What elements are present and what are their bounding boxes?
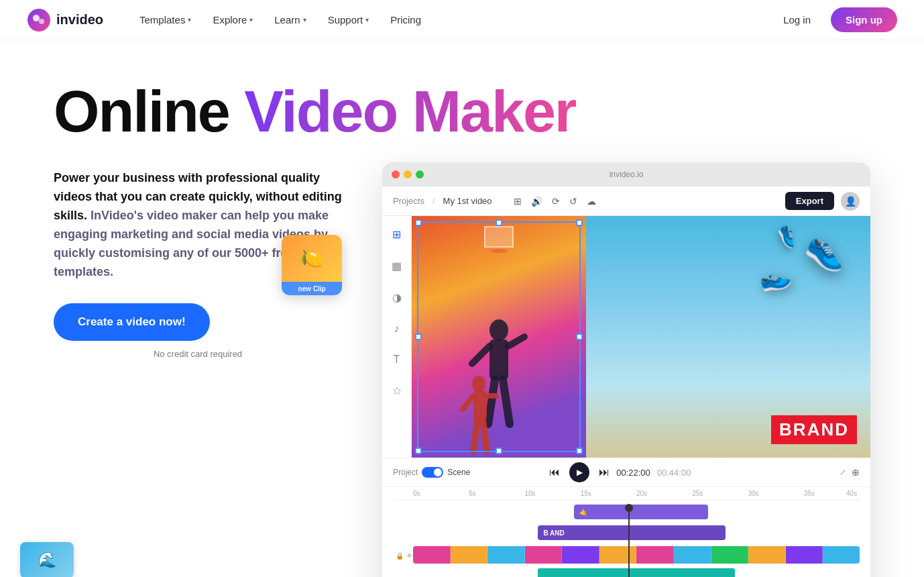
nav-templates[interactable]: Templates ▾	[130, 9, 200, 31]
track-area: 🤙 B AND 🔒 👁	[393, 505, 860, 577]
video-clip-12	[823, 546, 860, 564]
current-time: 00:22:00	[616, 468, 650, 478]
no-cc-text: No credit card required	[54, 349, 342, 359]
eye-icon[interactable]: 👁	[406, 552, 413, 560]
resize-handle-lc[interactable]	[415, 333, 422, 340]
user-avatar[interactable]: 👤	[841, 192, 860, 211]
svg-line-7	[488, 380, 495, 424]
editor-main: ⊞ ▦ ◑ ♪ T ☆	[382, 216, 870, 458]
ruler-mark-40: 40s	[846, 490, 857, 497]
sneakers-panel: 👟 👟 👟 BRAND	[586, 216, 870, 458]
hero-cta: Create a video now! No credit card requi…	[54, 303, 342, 359]
resize-handle-rc[interactable]	[576, 333, 583, 340]
chevron-down-icon: ▾	[249, 16, 253, 23]
resize-handle-tr[interactable]	[576, 219, 583, 226]
basketball-scene	[412, 216, 586, 458]
nav-support[interactable]: Support ▾	[319, 9, 379, 31]
music-icon[interactable]: ♪	[390, 319, 404, 339]
new-clip-float: 🍋 new Clip	[282, 235, 342, 295]
maximize-dot	[416, 170, 424, 178]
chevron-down-icon: ▾	[188, 16, 191, 23]
undo-icon[interactable]: ↺	[569, 196, 577, 207]
ruler-mark-35: 35s	[804, 490, 815, 497]
track-video-controls: 🔒 👁	[396, 547, 413, 564]
skip-back-button[interactable]: ⏮	[549, 466, 560, 478]
chevron-down-icon: ▾	[365, 16, 369, 23]
project-name: My 1st video	[443, 196, 492, 206]
signup-button[interactable]: Sign up	[831, 7, 897, 32]
svg-line-8	[503, 380, 510, 424]
new-clip-thumbnail: 🍋	[282, 235, 342, 282]
text-icon[interactable]: T	[390, 350, 404, 370]
svg-line-6	[508, 337, 524, 346]
svg-line-5	[472, 346, 489, 364]
url-bar: invideo.io	[610, 170, 644, 179]
editor-timeline: 0s 5s 10s 15s 20s 25s 30s 35s 40s	[382, 487, 870, 577]
resize-handle-br[interactable]	[576, 448, 583, 454]
new-clip-label: new Clip	[282, 282, 342, 295]
ruler-mark-5: 5s	[469, 490, 476, 497]
editor-sidebar: ⊞ ▦ ◑ ♪ T ☆	[382, 216, 412, 458]
login-button[interactable]: Log in	[774, 9, 820, 31]
refresh-icon[interactable]: ⟳	[552, 196, 560, 207]
video-clip-9	[711, 546, 749, 564]
ruler-mark-10: 10s	[525, 490, 536, 497]
timeline-controls-right: ⤢ ⊕	[840, 467, 860, 478]
svg-point-1	[33, 15, 40, 21]
svg-point-9	[472, 376, 485, 392]
breadcrumb-projects[interactable]: Projects	[393, 196, 424, 206]
export-button[interactable]: Export	[785, 192, 834, 210]
video-clip-8	[674, 546, 711, 564]
expand-icon[interactable]: ⤢	[840, 468, 846, 477]
track-teal-block	[538, 568, 734, 577]
brand-overlay: BRAND	[771, 415, 857, 444]
svg-line-14	[483, 420, 487, 451]
total-time: 00:44:00	[657, 468, 691, 478]
cta-button[interactable]: Create a video now!	[54, 303, 210, 341]
hero-section: Online Video Maker Power your business w…	[0, 40, 924, 577]
nav-learn[interactable]: Learn ▾	[265, 9, 315, 31]
ruler-marks: 0s 5s 10s 15s 20s 25s 30s 35s 40s	[413, 487, 860, 501]
resize-handle-tc[interactable]	[496, 219, 502, 226]
logo[interactable]: invideo	[27, 8, 103, 32]
editor-topbar: Projects / My 1st video ⊞ 🔊 ⟳ ↺ ☁ Export…	[382, 187, 870, 216]
nav-explore[interactable]: Explore ▾	[203, 9, 262, 31]
timer-icon[interactable]: ◑	[388, 287, 406, 308]
skip-forward-button[interactable]: ⏭	[599, 466, 610, 478]
navbar: invideo Templates ▾ Explore ▾ Learn ▾ Su…	[0, 0, 924, 40]
video-clip-3	[487, 546, 525, 564]
svg-point-3	[489, 319, 508, 341]
clip4-thumbnail: 🌊	[20, 542, 74, 577]
audio-icon[interactable]: 🔊	[531, 196, 542, 207]
track-brand: B AND	[413, 525, 860, 543]
star-icon[interactable]: ☆	[388, 380, 406, 401]
close-dot	[392, 170, 400, 178]
lock-icon[interactable]: 🔒	[396, 552, 404, 560]
media-icon[interactable]: ▦	[388, 256, 406, 276]
editor-preview: invideo.io Projects / My 1st video ⊞ 🔊 ⟳…	[382, 162, 870, 577]
video-clip-11	[786, 546, 823, 564]
layers-icon[interactable]: ⊞	[388, 224, 405, 245]
logo-icon	[27, 8, 51, 32]
toggle-switch[interactable]	[422, 467, 443, 478]
nav-pricing[interactable]: Pricing	[381, 9, 430, 31]
play-button[interactable]: ▶	[569, 462, 589, 482]
project-toggle[interactable]: Project Scene	[393, 467, 470, 478]
cloud-icon[interactable]: ☁	[587, 196, 596, 207]
video-clip-10	[748, 546, 786, 564]
track-text-emoji: 🤙	[413, 505, 860, 522]
resize-handle-bl[interactable]	[415, 448, 422, 454]
ruler-mark-30: 30s	[748, 490, 759, 497]
track-video: 🔒 👁	[413, 546, 860, 565]
track-brand-label: B AND	[543, 529, 564, 537]
track-emoji: 🤙	[579, 509, 587, 516]
canvas-content: 👟 👟 👟 BRAND	[412, 216, 870, 458]
video-clip-5	[562, 546, 599, 564]
split-icon[interactable]: ⊞	[514, 196, 522, 207]
svg-line-11	[463, 396, 473, 409]
video-clip-1	[413, 546, 451, 564]
video-clips-bar	[413, 546, 860, 564]
resize-handle-tl[interactable]	[415, 219, 422, 226]
minimize-dot	[404, 170, 412, 178]
zoom-icon[interactable]: ⊕	[852, 467, 860, 478]
